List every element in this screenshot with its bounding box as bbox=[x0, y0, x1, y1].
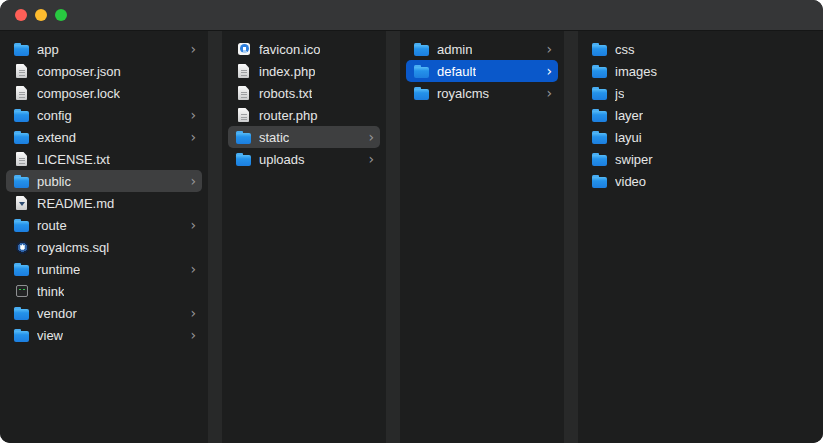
file-name: public bbox=[37, 174, 71, 189]
file-name: extend bbox=[37, 130, 76, 145]
list-item[interactable]: composer.lock bbox=[6, 82, 202, 104]
minimize-button[interactable] bbox=[35, 9, 47, 21]
list-item[interactable]: css bbox=[584, 38, 817, 60]
file-name: vendor bbox=[37, 306, 77, 321]
list-item[interactable]: app› bbox=[6, 38, 202, 60]
file-name: swiper bbox=[615, 152, 653, 167]
list-item[interactable]: uploads› bbox=[228, 148, 380, 170]
folder-icon bbox=[14, 41, 30, 57]
chevron-right-icon: › bbox=[184, 105, 196, 125]
image-file-icon bbox=[236, 41, 252, 57]
list-item[interactable]: router.php bbox=[228, 104, 380, 126]
file-name: js bbox=[615, 86, 624, 101]
chevron-right-icon: › bbox=[540, 61, 552, 81]
folder-icon bbox=[14, 261, 30, 277]
file-name: app bbox=[37, 42, 59, 57]
zoom-button[interactable] bbox=[55, 9, 67, 21]
list-item[interactable]: js bbox=[584, 82, 817, 104]
document-icon bbox=[236, 85, 252, 101]
folder-icon bbox=[414, 41, 430, 57]
chevron-right-icon: › bbox=[362, 127, 374, 147]
list-item[interactable]: images bbox=[584, 60, 817, 82]
chevron-right-icon: › bbox=[184, 259, 196, 279]
list-item[interactable]: default› bbox=[406, 60, 558, 82]
list-item[interactable]: royalcms› bbox=[406, 82, 558, 104]
folder-icon bbox=[592, 173, 608, 189]
file-name: layui bbox=[615, 130, 642, 145]
list-item[interactable]: robots.txt bbox=[228, 82, 380, 104]
folder-icon bbox=[14, 327, 30, 343]
file-name: view bbox=[37, 328, 63, 343]
file-name: default bbox=[437, 64, 476, 79]
list-item[interactable]: LICENSE.txt bbox=[6, 148, 202, 170]
close-button[interactable] bbox=[15, 9, 27, 21]
folder-icon bbox=[14, 173, 30, 189]
chevron-right-icon: › bbox=[362, 149, 374, 169]
file-name: router.php bbox=[259, 108, 318, 123]
list-item[interactable]: view› bbox=[6, 324, 202, 346]
chevron-right-icon: › bbox=[184, 127, 196, 147]
folder-icon bbox=[236, 129, 252, 145]
list-item[interactable]: public› bbox=[6, 170, 202, 192]
list-item[interactable]: runtime› bbox=[6, 258, 202, 280]
list-item[interactable]: video bbox=[584, 170, 817, 192]
folder-icon bbox=[14, 107, 30, 123]
file-name: composer.json bbox=[37, 64, 121, 79]
folder-icon bbox=[14, 129, 30, 145]
document-icon bbox=[14, 85, 30, 101]
chevron-right-icon: › bbox=[184, 39, 196, 59]
file-name: uploads bbox=[259, 152, 305, 167]
column-resize-handle[interactable] bbox=[386, 31, 400, 443]
list-item[interactable]: swiper bbox=[584, 148, 817, 170]
file-name: images bbox=[615, 64, 657, 79]
folder-icon bbox=[592, 63, 608, 79]
file-name: video bbox=[615, 174, 646, 189]
chevron-right-icon: › bbox=[540, 83, 552, 103]
file-column-2: favicon.icoindex.phprobots.txtrouter.php… bbox=[222, 31, 386, 443]
file-name: LICENSE.txt bbox=[37, 152, 110, 167]
file-name: index.php bbox=[259, 64, 315, 79]
list-item[interactable]: royalcms.sql bbox=[6, 236, 202, 258]
list-item[interactable]: index.php bbox=[228, 60, 380, 82]
folder-icon bbox=[592, 85, 608, 101]
file-name: royalcms.sql bbox=[37, 240, 109, 255]
titlebar[interactable] bbox=[0, 0, 823, 31]
chevron-right-icon: › bbox=[184, 171, 196, 191]
list-item[interactable]: route› bbox=[6, 214, 202, 236]
folder-icon bbox=[236, 151, 252, 167]
executable-file-icon bbox=[14, 283, 30, 299]
list-item[interactable]: vendor› bbox=[6, 302, 202, 324]
file-column-1: app›composer.jsoncomposer.lockconfig›ext… bbox=[0, 31, 208, 443]
file-name: admin bbox=[437, 42, 472, 57]
document-icon bbox=[236, 107, 252, 123]
folder-icon bbox=[414, 85, 430, 101]
list-item[interactable]: README.md bbox=[6, 192, 202, 214]
file-column-3: admin›default›royalcms› bbox=[400, 31, 564, 443]
file-name: royalcms bbox=[437, 86, 489, 101]
chevron-right-icon: › bbox=[184, 325, 196, 345]
list-item[interactable]: config› bbox=[6, 104, 202, 126]
finder-window: app›composer.jsoncomposer.lockconfig›ext… bbox=[0, 0, 823, 443]
folder-icon bbox=[14, 217, 30, 233]
column-resize-handle[interactable] bbox=[564, 31, 578, 443]
list-item[interactable]: favicon.ico bbox=[228, 38, 380, 60]
column-resize-handle[interactable] bbox=[208, 31, 222, 443]
document-icon bbox=[14, 151, 30, 167]
list-item[interactable]: static› bbox=[228, 126, 380, 148]
file-name: static bbox=[259, 130, 289, 145]
folder-icon bbox=[414, 63, 430, 79]
document-icon bbox=[14, 63, 30, 79]
traffic-lights bbox=[15, 9, 67, 21]
file-name: config bbox=[37, 108, 72, 123]
list-item[interactable]: extend› bbox=[6, 126, 202, 148]
list-item[interactable]: layer bbox=[584, 104, 817, 126]
list-item[interactable]: think bbox=[6, 280, 202, 302]
database-file-icon bbox=[14, 239, 30, 255]
file-name: css bbox=[615, 42, 635, 57]
file-name: route bbox=[37, 218, 67, 233]
folder-icon bbox=[592, 41, 608, 57]
list-item[interactable]: composer.json bbox=[6, 60, 202, 82]
list-item[interactable]: admin› bbox=[406, 38, 558, 60]
list-item[interactable]: layui bbox=[584, 126, 817, 148]
column-browser: app›composer.jsoncomposer.lockconfig›ext… bbox=[0, 31, 823, 443]
